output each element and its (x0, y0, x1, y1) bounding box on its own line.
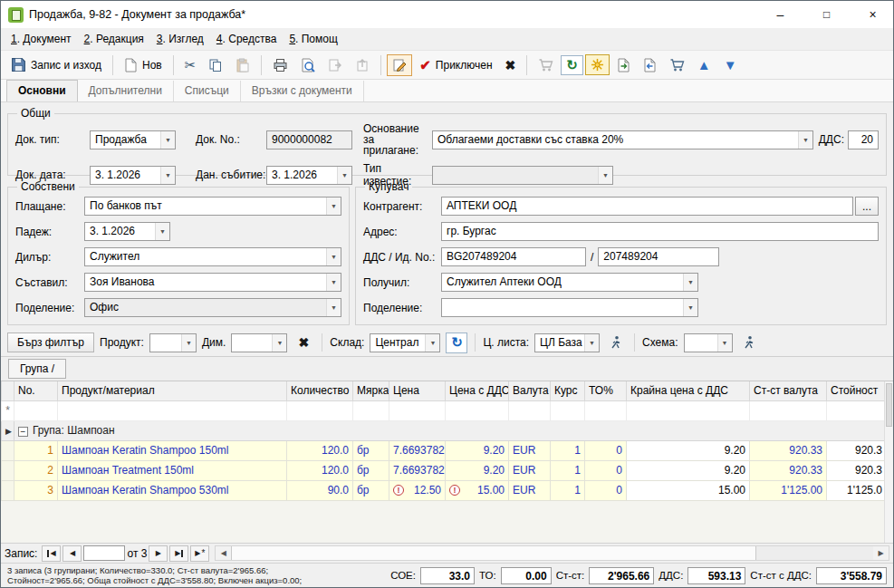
menu-edit[interactable]: 2. Редакция (78, 30, 150, 48)
col-unit[interactable]: Мярка (353, 381, 389, 400)
next-record-button[interactable]: ▶ (149, 545, 168, 562)
dim-filter-combo[interactable]: ▼ (231, 333, 287, 352)
cell-no[interactable]: 1 (14, 440, 58, 460)
due-date-combo[interactable]: 3. 1.2026▼ (84, 222, 170, 241)
scroll-right-button[interactable]: ▶ (873, 546, 889, 560)
scheme-apply-button[interactable] (738, 333, 760, 353)
vertical-scrollbar-thumb[interactable] (886, 383, 892, 427)
cell-value[interactable]: 1'125.0 (827, 480, 885, 500)
new-row[interactable]: * (2, 400, 885, 420)
menu-document[interactable]: 1. Документ (5, 30, 78, 48)
col-currency[interactable]: Валута (509, 381, 551, 400)
cell-price-vat[interactable]: 9.20 (446, 440, 509, 460)
cell-currency[interactable]: EUR (509, 460, 551, 480)
scheme-combo[interactable]: ▼ (684, 333, 733, 352)
first-record-button[interactable]: ◀ (42, 545, 61, 562)
vat-number-field[interactable]: BG207489204 (441, 247, 586, 266)
copy-button[interactable] (203, 54, 228, 76)
paste-button[interactable] (230, 54, 255, 76)
cell-final-price-vat[interactable]: 9.20 (627, 460, 750, 480)
print-preview-button[interactable] (295, 54, 321, 76)
print-button[interactable] (267, 54, 293, 76)
send-document-button[interactable] (350, 54, 375, 76)
col-no[interactable]: No. (14, 381, 58, 400)
cut-button[interactable]: ✂ (179, 55, 202, 75)
collapse-icon[interactable]: − (18, 427, 28, 437)
pricelist-combo[interactable]: ЦЛ База▼ (534, 333, 600, 352)
cell-price[interactable]: !12.50 (389, 480, 446, 500)
doc-no-field[interactable]: 9000000082 (266, 130, 352, 149)
highlight-button[interactable] (585, 54, 610, 75)
previous-record-button[interactable]: ◀ (62, 545, 82, 562)
cell-rate[interactable]: 1 (551, 480, 585, 500)
refresh-button[interactable]: ↻ (561, 55, 583, 75)
basis-combo[interactable]: Облагаеми доставки със ставка 20%▼ (432, 130, 813, 149)
received-by-combo[interactable]: Служител Аптеки ООД▼ (441, 273, 698, 292)
cell-currency[interactable]: EUR (509, 440, 551, 460)
tab-links[interactable]: Връзки с документи (241, 81, 364, 101)
cart-disabled-button[interactable] (533, 54, 559, 76)
col-discount[interactable]: ТО% (585, 381, 627, 400)
cell-value-currency[interactable]: 1'125.00 (750, 480, 827, 500)
vertical-scrollbar[interactable] (884, 381, 893, 543)
maximize-button[interactable]: □ (806, 1, 847, 28)
group-row[interactable]: ▶ −Група: Шампоан (2, 420, 885, 440)
warehouse-combo[interactable]: Централ▼ (370, 333, 440, 352)
contractor-field[interactable]: АПТЕКИ ООД (441, 197, 853, 216)
product-filter-combo[interactable]: ▼ (149, 333, 197, 352)
cell-qty[interactable]: 90.0 (287, 480, 353, 500)
new-record-button[interactable]: ▶* (190, 545, 209, 562)
minimize-button[interactable]: – (760, 1, 801, 28)
cell-value-currency[interactable]: 920.33 (750, 460, 827, 480)
warehouse-refresh-button[interactable]: ↻ (446, 333, 467, 353)
copy-from-document-button[interactable] (611, 54, 636, 76)
pricelist-apply-button[interactable] (605, 333, 627, 353)
id-number-field[interactable]: 207489204 (598, 247, 719, 266)
move-up-button[interactable]: ▲ (692, 55, 716, 75)
author-combo[interactable]: Зоя Иванова▼ (84, 273, 341, 292)
cell-unit[interactable]: бр (353, 480, 389, 500)
cell-value-currency[interactable]: 920.33 (750, 440, 827, 460)
clear-filter-button[interactable]: ✖ (293, 333, 314, 353)
doc-type-combo[interactable]: Продажба▼ (90, 130, 176, 149)
cell-no[interactable]: 2 (14, 460, 58, 480)
menu-help[interactable]: 5. Помощ (283, 30, 343, 48)
save-exit-button[interactable]: Запис и изход (5, 53, 107, 76)
quick-filter-button[interactable]: Бърз филтър (7, 333, 94, 352)
close-button[interactable]: × (852, 1, 893, 28)
cell-qty[interactable]: 120.0 (287, 440, 353, 460)
cell-discount[interactable]: 0 (585, 460, 627, 480)
cell-value[interactable]: 920.3 (827, 460, 885, 480)
cell-price[interactable]: 7.66937822 (389, 440, 446, 460)
col-product[interactable]: Продукт/материал (58, 381, 287, 400)
col-qty[interactable]: Количество (287, 381, 353, 400)
export-document-button[interactable] (322, 54, 348, 76)
edit-button[interactable] (387, 54, 412, 76)
col-price[interactable]: Цена (389, 381, 446, 400)
address-field[interactable]: гр. Бургас (441, 222, 879, 241)
buyer-division-combo[interactable]: ▼ (441, 298, 698, 317)
cell-price[interactable]: 7.66937822 (389, 460, 446, 480)
last-record-button[interactable]: ▶ (169, 545, 188, 562)
cart-button[interactable] (664, 54, 690, 76)
cell-rate[interactable]: 1 (551, 460, 585, 480)
cell-discount[interactable]: 0 (585, 480, 627, 500)
cell-qty[interactable]: 120.0 (287, 460, 353, 480)
cell-discount[interactable]: 0 (585, 440, 627, 460)
move-down-button[interactable]: ▼ (718, 55, 743, 75)
tab-lists[interactable]: Списъци (174, 81, 241, 101)
cell-no[interactable]: 3 (14, 480, 58, 500)
col-rate[interactable]: Курс (551, 381, 585, 400)
col-final-price-vat[interactable]: Крайна цена с ДДС (627, 381, 750, 400)
cell-currency[interactable]: EUR (509, 480, 551, 500)
col-price-vat[interactable]: Цена с ДДС (446, 381, 509, 400)
col-value-currency[interactable]: Ст-ст валута (750, 381, 827, 400)
cell-price-vat[interactable]: 9.20 (446, 460, 509, 480)
cell-product[interactable]: Шампоан Keratin Shampoo 530ml (58, 480, 287, 500)
cell-product[interactable]: Шампоан Keratin Shampoo 150ml (58, 440, 287, 460)
cell-price-vat[interactable]: !15.00 (446, 480, 509, 500)
group-row-cell[interactable]: −Група: Шампоан (14, 420, 885, 440)
copy-to-document-button[interactable] (638, 54, 662, 76)
vat-field[interactable]: 20 (848, 130, 879, 149)
cell-unit[interactable]: бр (353, 460, 389, 480)
